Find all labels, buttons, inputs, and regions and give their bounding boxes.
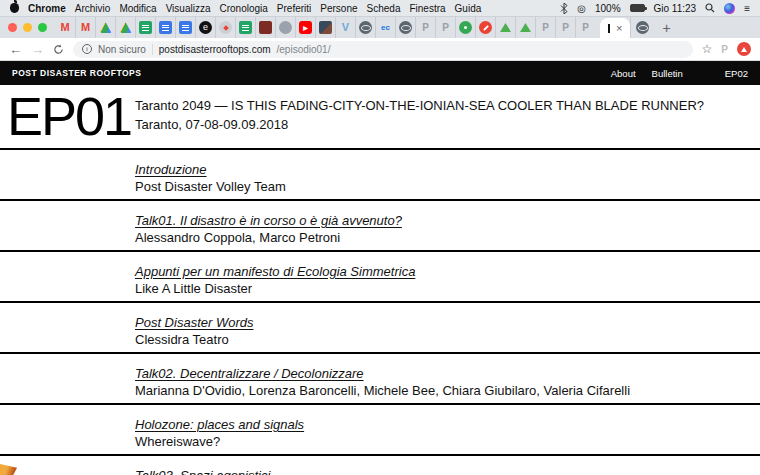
pinned-tab-gray-ball-site[interactable] (275, 17, 295, 38)
pinned-tab-globe-site[interactable] (395, 17, 415, 38)
program-title-link[interactable]: Holozone: places and signals (135, 417, 304, 433)
google-drive-icon (100, 22, 112, 33)
menu-cronologia[interactable]: Cronologia (219, 3, 267, 14)
program-row: Talk03. Spazi agonistici (0, 454, 760, 475)
extension-icon[interactable]: P (721, 44, 728, 55)
siri-icon[interactable] (724, 3, 735, 14)
back-button[interactable]: ← (9, 43, 22, 56)
bluetooth-icon[interactable] (560, 3, 568, 14)
menu-persone[interactable]: Persone (320, 3, 357, 14)
program-row: Talk02. Decentralizzare / DecolonizzareM… (0, 352, 760, 403)
pinned-tab-youtube[interactable]: ▶ (295, 17, 315, 38)
program-people: Marianna D'Ovidio, Lorenza Baroncelli, M… (135, 382, 750, 399)
menu-chrome[interactable]: Chrome (28, 3, 66, 14)
program-title-link[interactable]: Introduzione (135, 162, 207, 178)
pinned-tab-google-docs[interactable] (155, 17, 175, 38)
pinned-tab-gray-doc-site[interactable]: P (415, 17, 435, 38)
url-host[interactable]: postdisasterrooftops.com (159, 44, 271, 55)
site-nav: AboutBulletinEP02 (611, 68, 748, 79)
pinned-tab-google-sheets[interactable] (135, 17, 155, 38)
pinned-tab-compass[interactable] (215, 17, 235, 38)
new-tab-button[interactable]: + (662, 20, 670, 38)
pinned-tab-google-sheets[interactable] (235, 17, 255, 38)
menu-extra-icon[interactable]: ◎ (577, 3, 586, 14)
episode-hero: EP01 Taranto 2049 — IS THIS FADING-CITY-… (0, 85, 760, 148)
google-sheets-icon (139, 21, 152, 34)
notification-center-icon[interactable]: ≡ (744, 3, 750, 14)
pinned-tab-default-favicon[interactable]: P (555, 17, 575, 38)
program-row: IntroduzionePost Disaster Volley Team (0, 148, 760, 199)
globe-site-icon (399, 21, 412, 34)
nav-bulletin[interactable]: Bulletin (652, 68, 683, 79)
menu-finestra[interactable]: Finestra (409, 3, 445, 14)
e-flux-icon: e (199, 21, 212, 34)
window-controls (8, 17, 47, 38)
close-tab-icon[interactable]: × (616, 23, 622, 34)
episode-subtitle: Taranto, 07-08-09.09.2018 (135, 115, 704, 134)
pinned-tab-gray-doc-site[interactable]: P (435, 17, 455, 38)
menu-guida[interactable]: Guida (455, 3, 482, 14)
program-row: Appunti per un manifesto di Ecologia Sim… (0, 250, 760, 301)
globe-site-icon (359, 21, 372, 34)
green-triangle-site-icon (520, 23, 531, 32)
default-favicon-icon: P (559, 21, 572, 34)
nav-about[interactable]: About (611, 68, 636, 79)
pinned-tab-default-favicon[interactable]: P (575, 17, 595, 38)
pinned-tab-image-site[interactable] (315, 17, 335, 38)
info-icon[interactable] (82, 44, 92, 54)
minimize-window-button[interactable] (23, 23, 32, 32)
menubar-status: ◎ 100% Gio 11:23 ≡ (560, 3, 750, 14)
pinned-tab-default-favicon[interactable]: P (535, 17, 555, 38)
pinned-tab-green-dot-site[interactable] (455, 17, 475, 38)
program-title-link[interactable]: Post Disaster Words (135, 315, 253, 331)
pinned-tab-google-drive[interactable] (115, 17, 135, 38)
pinned-tab-green-triangle-site[interactable] (495, 17, 515, 38)
site-brand[interactable]: POST DISASTER ROOFTOPS (12, 68, 141, 78)
battery-icon[interactable] (630, 4, 645, 12)
active-tab[interactable]: × (600, 18, 630, 38)
address-bar[interactable]: Non sicuro postdisasterrooftops.com/epis… (73, 41, 693, 58)
pinned-tab-google-drive[interactable] (95, 17, 115, 38)
pinned-tab-gmail[interactable]: M (75, 17, 95, 38)
pinned-tab-google-docs[interactable] (175, 17, 195, 38)
spotlight-search-icon[interactable] (705, 3, 715, 13)
program-title-link[interactable]: Talk03. Spazi agonistici (135, 468, 270, 475)
menu-archivio[interactable]: Archivio (75, 3, 111, 14)
profile-avatar-icon[interactable] (737, 42, 751, 56)
program-title-link[interactable]: Talk01. Il disastro è in corso o è già a… (135, 213, 402, 229)
close-window-button[interactable] (8, 23, 17, 32)
zoom-window-button[interactable] (38, 23, 47, 32)
site-header: POST DISASTER ROOFTOPS AboutBulletinEP02 (0, 61, 760, 85)
pinned-tab-green-triangle-site[interactable] (515, 17, 535, 38)
reload-button[interactable] (53, 44, 64, 55)
pinned-tab-e-flux[interactable]: e (195, 17, 215, 38)
pinned-tab-gmail[interactable]: M (55, 17, 75, 38)
menu-scheda[interactable]: Scheda (367, 3, 401, 14)
security-label[interactable]: Non sicuro (98, 44, 146, 55)
apple-logo-icon[interactable] (10, 3, 19, 13)
menu-visualizza[interactable]: Visualizza (166, 3, 211, 14)
pinned-tab-globe-site[interactable] (355, 17, 375, 38)
forward-button[interactable]: → (31, 43, 44, 56)
default-favicon-icon: P (579, 21, 592, 34)
pinned-tab-red-dot-site[interactable] (475, 17, 495, 38)
program-title-link[interactable]: Appunti per un manifesto di Ecologia Sim… (135, 264, 415, 280)
menubar-clock[interactable]: Gio 11:23 (654, 3, 697, 14)
menu-preferiti[interactable]: Preferiti (277, 3, 311, 14)
pinned-tab-ec-site[interactable]: ec (375, 17, 395, 38)
menu-modifica[interactable]: Modifica (119, 3, 156, 14)
menubar-items: ChromeArchivioModificaVisualizzaCronolog… (10, 3, 481, 14)
program-list: IntroduzionePost Disaster Volley TeamTal… (0, 148, 760, 475)
bookmark-star-icon[interactable]: ☆ (702, 42, 713, 56)
v-site-icon: V (339, 21, 352, 34)
pinned-tab-v-site[interactable]: V (335, 17, 355, 38)
url-path[interactable]: /episodio01/ (277, 44, 331, 55)
nav-ep02[interactable]: EP02 (725, 68, 748, 79)
macos-menubar: ChromeArchivioModificaVisualizzaCronolog… (0, 0, 760, 17)
red-dot-site-icon (479, 21, 492, 34)
inactive-tab[interactable] (630, 17, 654, 38)
pinned-tab-dark-red-site[interactable] (255, 17, 275, 38)
google-docs-icon (179, 21, 192, 34)
program-title-link[interactable]: Talk02. Decentralizzare / Decolonizzare (135, 366, 364, 382)
battery-percent: 100% (595, 3, 621, 14)
